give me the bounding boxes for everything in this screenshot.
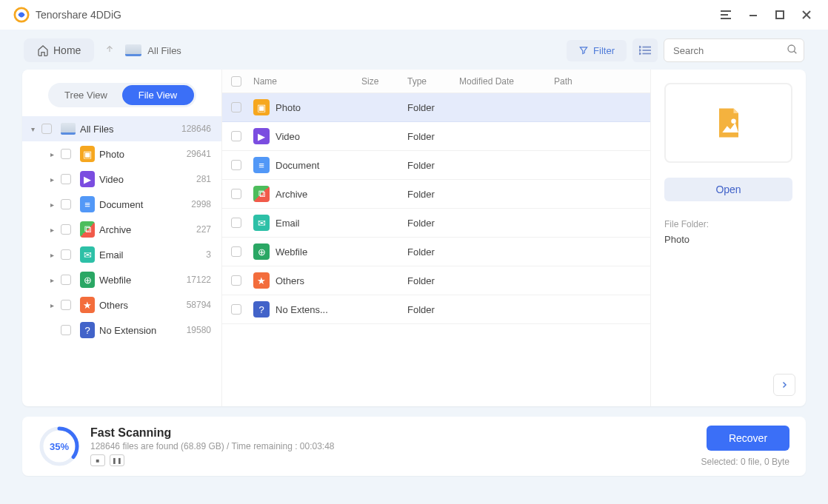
caret-right-icon[interactable]: ▸	[47, 301, 56, 309]
checkbox[interactable]	[61, 174, 71, 184]
minimize-icon[interactable]	[745, 7, 761, 23]
list-mode-button[interactable]	[632, 38, 658, 62]
checkbox[interactable]	[61, 325, 71, 335]
caret-right-icon[interactable]: ▸	[47, 201, 56, 209]
home-button[interactable]: Home	[24, 38, 94, 62]
checkbox[interactable]	[231, 246, 241, 257]
tree-item-label: Archive	[99, 224, 196, 235]
email-icon: ✉	[253, 215, 270, 231]
table-row[interactable]: ★OthersFolder	[222, 266, 650, 295]
tree-item-count: 2998	[191, 199, 211, 209]
table-row[interactable]: ≡DocumentFolder	[222, 151, 650, 180]
table-row[interactable]: ▶VideoFolder	[222, 122, 650, 151]
tab-file-view[interactable]: File View	[122, 85, 194, 105]
disk-icon	[61, 121, 76, 136]
checkbox[interactable]	[61, 275, 71, 285]
titlebar: Tenorshare 4DDiG	[0, 0, 828, 30]
table-row[interactable]: ✉EmailFolder	[222, 209, 650, 238]
caret-right-icon[interactable]: ▸	[47, 251, 56, 259]
filter-label: Filter	[593, 45, 615, 56]
tree-item-document[interactable]: ▸≡Document2998	[22, 192, 221, 217]
checkbox[interactable]	[231, 131, 241, 141]
checkbox[interactable]	[231, 218, 241, 228]
tree-root[interactable]: ▾ All Files 128646	[22, 116, 221, 141]
preview-thumbnail	[664, 83, 792, 163]
table-row[interactable]: ▣PhotoFolder	[222, 93, 650, 122]
tree-item-count: 58794	[187, 300, 211, 310]
col-path[interactable]: Path	[554, 76, 650, 87]
svg-line-15	[794, 51, 796, 53]
checkbox[interactable]	[41, 124, 52, 134]
caret-right-icon[interactable]: ▸	[47, 175, 56, 184]
recover-button[interactable]: Recover	[707, 426, 789, 451]
maximize-icon[interactable]	[772, 7, 788, 23]
close-icon[interactable]	[798, 7, 815, 23]
filter-button[interactable]: Filter	[567, 40, 627, 61]
open-button[interactable]: Open	[664, 178, 792, 201]
checkbox[interactable]	[231, 304, 241, 315]
webfile-icon: ⊕	[80, 272, 95, 287]
checkbox[interactable]	[61, 224, 71, 235]
table-panel: Name Size Type Modified Date Path ▣Photo…	[222, 70, 650, 406]
caret-right-icon[interactable]: ▸	[47, 276, 56, 284]
preview-panel: Open File Folder: Photo	[650, 70, 806, 406]
checkbox[interactable]	[61, 199, 71, 209]
tree-item-count: 227	[196, 224, 211, 235]
checkbox[interactable]	[231, 160, 241, 170]
table-row[interactable]: ⧉ArchiveFolder	[222, 180, 650, 209]
row-type: Folder	[407, 160, 459, 171]
col-type[interactable]: Type	[407, 76, 459, 87]
svg-point-11	[639, 47, 641, 48]
row-type: Folder	[407, 102, 459, 113]
checkbox[interactable]	[231, 189, 241, 199]
checkbox[interactable]	[61, 300, 71, 310]
search-input[interactable]	[664, 38, 804, 62]
noext-icon: ?	[80, 323, 95, 337]
caret-down-icon[interactable]: ▾	[28, 125, 37, 133]
up-icon[interactable]	[104, 44, 115, 57]
row-name: Email	[276, 218, 300, 229]
tree-item-noext[interactable]: ?No Extension19580	[22, 317, 221, 343]
scan-title: Fast Scanning	[90, 426, 701, 440]
row-type: Folder	[407, 304, 459, 315]
col-size[interactable]: Size	[361, 76, 407, 87]
menu-icon[interactable]	[718, 7, 735, 23]
app-logo-icon	[13, 7, 30, 23]
tree-item-archive[interactable]: ▸⧉Archive227	[22, 217, 221, 242]
tree-item-count: 3	[206, 249, 211, 260]
tree-item-others[interactable]: ▸★Others58794	[22, 292, 221, 317]
photo-icon: ▣	[253, 99, 270, 115]
table-header: Name Size Type Modified Date Path	[222, 70, 650, 93]
checkbox-all[interactable]	[231, 76, 241, 87]
stop-button[interactable]: ■	[90, 454, 105, 466]
pause-button[interactable]: ❚❚	[110, 454, 124, 466]
next-button[interactable]	[773, 374, 795, 396]
row-name: Photo	[276, 102, 301, 113]
email-icon: ✉	[80, 247, 95, 262]
video-icon: ▶	[253, 128, 270, 144]
tree-item-label: Email	[99, 249, 206, 261]
table-row[interactable]: ?No Extens...Folder	[222, 295, 650, 324]
checkbox[interactable]	[61, 249, 71, 260]
row-type: Folder	[407, 218, 459, 229]
tree-item-email[interactable]: ▸✉Email3	[22, 242, 221, 267]
checkbox[interactable]	[61, 149, 71, 159]
checkbox[interactable]	[231, 275, 241, 286]
tree-item-webfile[interactable]: ▸⊕Webfile17122	[22, 267, 221, 292]
col-name[interactable]: Name	[250, 76, 361, 87]
svg-point-14	[788, 45, 795, 52]
breadcrumb[interactable]: All Files	[147, 45, 181, 56]
tree-item-label: Others	[99, 300, 187, 311]
tree-item-count: 17122	[187, 275, 211, 285]
col-modified[interactable]: Modified Date	[459, 76, 554, 87]
row-type: Folder	[407, 131, 459, 142]
checkbox[interactable]	[231, 102, 241, 112]
tree-item-video[interactable]: ▸▶Video281	[22, 167, 221, 192]
table-row[interactable]: ⊕WebfileFolder	[222, 238, 650, 266]
selected-info: Selected: 0 file, 0 Byte	[701, 457, 789, 467]
caret-right-icon[interactable]: ▸	[47, 150, 56, 158]
search-icon[interactable]	[787, 44, 798, 58]
caret-right-icon[interactable]: ▸	[47, 226, 56, 234]
tree-item-photo[interactable]: ▸▣Photo29641	[22, 141, 221, 167]
tab-tree-view[interactable]: Tree View	[50, 85, 122, 105]
